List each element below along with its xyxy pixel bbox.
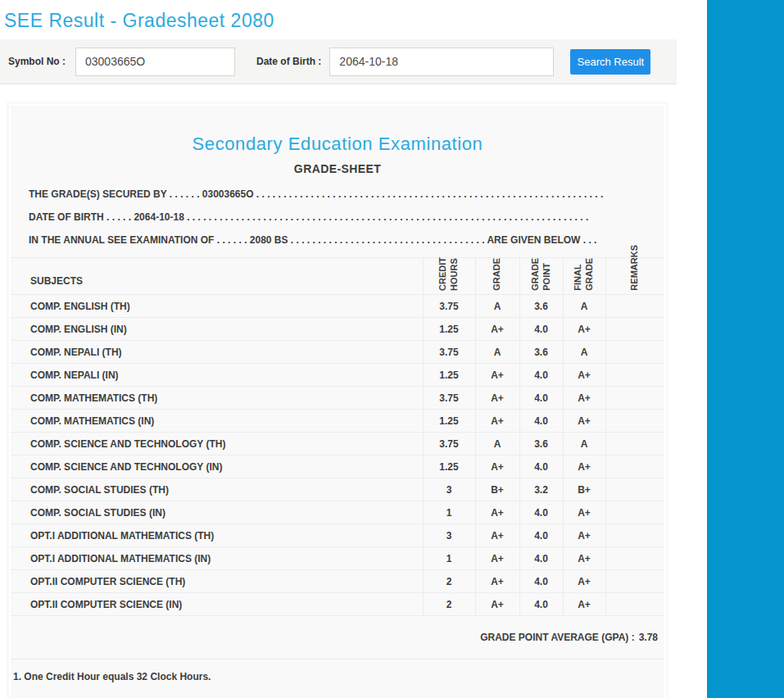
- col-header-credit-hours: CREDIT HOURS: [423, 258, 475, 295]
- symbol-no-input[interactable]: [75, 48, 235, 76]
- gradesheet-card: Secondary Education Examination GRADE-SH…: [7, 102, 668, 698]
- subject-cell: COMP. SCIENCE AND TECHNOLOGY (IN): [11, 456, 423, 478]
- final-grade-cell: A+: [563, 387, 605, 410]
- grade-cell: A: [475, 433, 519, 456]
- final-grade-cell: A+: [563, 524, 605, 547]
- date-of-birth-input[interactable]: [329, 48, 554, 76]
- credit-hours-cell: 2: [423, 570, 475, 593]
- grades-table: SUBJECTS CREDIT HOURS GRADE GRADE POINT …: [11, 257, 664, 616]
- grade-cell: B+: [475, 478, 519, 501]
- remarks-cell: [605, 570, 664, 593]
- remarks-cell: [605, 318, 664, 341]
- remarks-cell: [605, 501, 664, 524]
- grade-point-cell: 4.0: [519, 318, 563, 341]
- table-row: COMP. NEPALI (IN) 1.25 A+ 4.0 A+: [11, 364, 664, 387]
- credit-hours-cell: 3.75: [423, 295, 475, 318]
- gradesheet-card-inner: Secondary Education Examination GRADE-SH…: [9, 104, 666, 698]
- grade-point-cell: 4.0: [519, 364, 563, 387]
- grade-point-cell: 4.0: [519, 387, 563, 410]
- subject-cell: COMP. SOCIAL STUDIES (TH): [11, 478, 423, 501]
- credit-hours-cell: 1.25: [423, 456, 475, 478]
- table-row: COMP. SCIENCE AND TECHNOLOGY (IN) 1.25 A…: [11, 456, 664, 478]
- final-grade-cell: A+: [563, 364, 605, 387]
- table-row: COMP. SOCIAL STUDIES (TH) 3 B+ 3.2 B+: [11, 478, 664, 501]
- date-of-birth-line: DATE OF BIRTH . . . . . 2064-10-18 . . .…: [29, 211, 661, 224]
- grade-cell: A+: [475, 501, 519, 524]
- grades-secured-line: THE GRADE(S) SECURED BY . . . . . . 0300…: [29, 188, 661, 201]
- search-result-button[interactable]: Search Result: [570, 49, 650, 75]
- grade-point-cell: 4.0: [519, 456, 563, 478]
- grade-cell: A+: [475, 547, 519, 570]
- subject-cell: OPT.II COMPUTER SCIENCE (IN): [11, 593, 423, 616]
- date-of-birth-label: Date of Birth :: [256, 56, 321, 67]
- credit-hours-cell: 1: [423, 501, 475, 524]
- grade-point-cell: 4.0: [519, 501, 563, 524]
- final-grade-cell: A+: [563, 547, 605, 570]
- grade-point-cell: 4.0: [519, 410, 563, 433]
- subject-cell: OPT.I ADDITIONAL MATHEMATICS (TH): [11, 524, 423, 547]
- page-title: SEE Result - Gradesheet 2080: [4, 10, 274, 32]
- grade-cell: A+: [475, 387, 519, 410]
- remarks-cell: [605, 456, 664, 478]
- subject-cell: COMP. NEPALI (TH): [11, 341, 423, 364]
- final-grade-cell: A: [563, 341, 605, 364]
- subject-cell: COMP. SOCIAL STUDIES (IN): [11, 501, 423, 524]
- remarks-cell: [605, 524, 664, 547]
- table-row: COMP. SOCIAL STUDIES (IN) 1 A+ 4.0 A+: [11, 501, 664, 524]
- grade-point-cell: 4.0: [519, 547, 563, 570]
- final-grade-cell: A+: [563, 410, 605, 433]
- footnote: 1. One Credit Hour equals 32 Clock Hours…: [13, 671, 664, 682]
- grade-cell: A: [475, 341, 519, 364]
- final-grade-cell: A+: [563, 456, 605, 478]
- table-row: COMP. NEPALI (TH) 3.75 A 3.6 A: [11, 341, 664, 364]
- search-bar: Symbol No : Date of Birth : Search Resul…: [0, 39, 677, 84]
- remarks-cell: [605, 410, 664, 433]
- grade-cell: A+: [475, 318, 519, 341]
- gpa-label: GRADE POINT AVERAGE (GPA) :: [480, 632, 634, 643]
- remarks-cell: [605, 341, 664, 364]
- grade-point-cell: 4.0: [519, 570, 563, 593]
- final-grade-cell: A+: [563, 593, 605, 616]
- subject-cell: COMP. MATHEMATICS (TH): [11, 387, 423, 410]
- subject-cell: COMP. MATHEMATICS (IN): [11, 410, 423, 433]
- credit-hours-cell: 1.25: [423, 410, 475, 433]
- grade-cell: A+: [475, 593, 519, 616]
- subject-cell: COMP. ENGLISH (IN): [11, 318, 423, 341]
- subject-cell: OPT.II COMPUTER SCIENCE (TH): [11, 570, 423, 593]
- subject-cell: COMP. ENGLISH (TH): [11, 295, 423, 318]
- table-row: OPT.II COMPUTER SCIENCE (TH) 2 A+ 4.0 A+: [11, 570, 664, 593]
- subject-cell: COMP. SCIENCE AND TECHNOLOGY (TH): [11, 433, 423, 456]
- credit-hours-cell: 1.25: [423, 318, 475, 341]
- remarks-cell: [605, 478, 664, 501]
- credit-hours-cell: 3: [423, 524, 475, 547]
- col-header-remarks: REMARKS: [605, 258, 664, 295]
- credit-hours-cell: 3.75: [423, 433, 475, 456]
- grade-cell: A: [475, 295, 519, 318]
- gradesheet-subheading: GRADE-SHEET: [11, 162, 664, 175]
- grade-cell: A+: [475, 456, 519, 478]
- remarks-cell: [605, 387, 664, 410]
- table-row: OPT.I ADDITIONAL MATHEMATICS (TH) 3 A+ 4…: [11, 524, 664, 547]
- symbol-no-label: Symbol No :: [8, 56, 66, 67]
- table-row: COMP. ENGLISH (IN) 1.25 A+ 4.0 A+: [11, 318, 664, 341]
- credit-hours-cell: 3: [423, 478, 475, 501]
- gpa-value: 3.78: [639, 632, 658, 643]
- col-header-grade-point: GRADE POINT: [519, 258, 563, 295]
- final-grade-cell: A+: [563, 318, 605, 341]
- table-row: COMP. SCIENCE AND TECHNOLOGY (TH) 3.75 A…: [11, 433, 664, 456]
- remarks-cell: [605, 295, 664, 318]
- exam-year-line: IN THE ANNUAL SEE EXAMINATION OF . . . .…: [29, 234, 661, 247]
- final-grade-cell: B+: [563, 478, 605, 501]
- grade-cell: A+: [475, 364, 519, 387]
- credit-hours-cell: 1: [423, 547, 475, 570]
- page: SEE Result - Gradesheet 2080 Symbol No :…: [0, 0, 784, 698]
- table-row: COMP. ENGLISH (TH) 3.75 A 3.6 A: [11, 295, 664, 318]
- blue-side-panel: [707, 0, 784, 698]
- credit-hours-cell: 1.25: [423, 364, 475, 387]
- grade-point-cell: 3.6: [519, 433, 563, 456]
- final-grade-cell: A: [563, 295, 605, 318]
- col-header-subjects: SUBJECTS: [11, 258, 423, 295]
- grade-point-cell: 4.0: [519, 524, 563, 547]
- table-row: OPT.I ADDITIONAL MATHEMATICS (IN) 1 A+ 4…: [11, 547, 664, 570]
- final-grade-cell: A+: [563, 501, 605, 524]
